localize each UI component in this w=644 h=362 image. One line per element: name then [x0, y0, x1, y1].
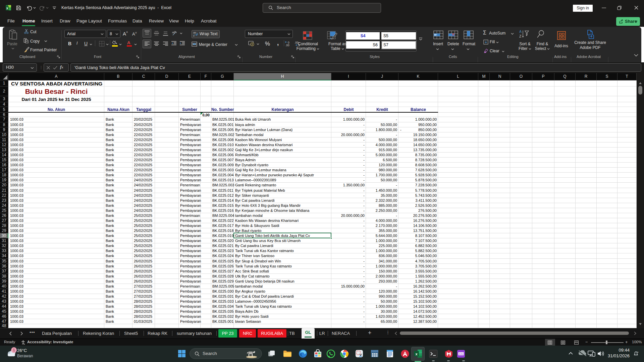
svg-text:A: A	[519, 29, 522, 34]
svg-text:LULALA: LULALA	[458, 353, 465, 355]
svg-text:x: x	[415, 352, 418, 356]
svg-text:Z: Z	[519, 34, 522, 38]
svg-text:²¹: ²¹	[637, 351, 639, 353]
svg-text:x: x	[6, 6, 8, 10]
